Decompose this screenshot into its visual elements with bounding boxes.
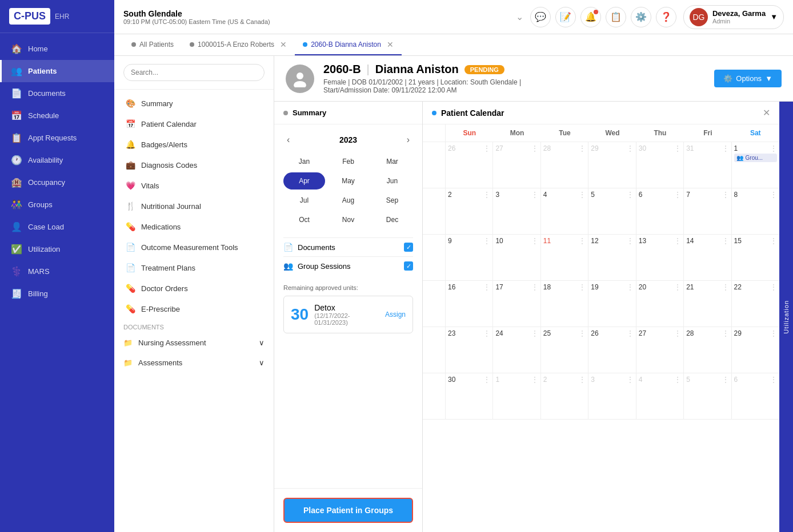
cal-cell[interactable]: 6⋮: [732, 373, 779, 419]
cell-menu[interactable]: ⋮: [579, 329, 586, 337]
cell-menu[interactable]: ⋮: [722, 144, 729, 152]
cal-cell[interactable]: 1⋮: [493, 373, 540, 419]
cal-cell[interactable]: 9⋮: [446, 235, 493, 280]
cell-menu[interactable]: ⋮: [483, 144, 490, 152]
cal-cell[interactable]: 30⋮: [636, 142, 684, 188]
cal-cell[interactable]: 10⋮: [493, 235, 540, 280]
cal-cell[interactable]: 22⋮: [732, 281, 779, 327]
cell-menu[interactable]: ⋮: [722, 191, 729, 199]
sidebar-item-case-load[interactable]: 👤 Case Load: [0, 216, 114, 238]
sidebar-item-schedule[interactable]: 📅 Schedule: [0, 104, 114, 127]
month-nov[interactable]: Nov: [327, 211, 369, 228]
clipboard-button[interactable]: 📋: [606, 7, 626, 27]
cell-menu[interactable]: ⋮: [627, 237, 634, 245]
cal-cell[interactable]: 18⋮: [541, 281, 588, 327]
options-button[interactable]: ⚙️ Options ▼: [714, 70, 782, 87]
cal-cell[interactable]: 27⋮: [493, 142, 540, 188]
cal-cell[interactable]: 8⋮: [732, 188, 779, 234]
patient-nav-treatment[interactable]: 📄 Treatment Plans: [114, 257, 274, 278]
prev-year-button[interactable]: ‹: [283, 134, 293, 146]
cell-menu[interactable]: ⋮: [531, 191, 538, 199]
sidebar-item-occupancy[interactable]: 🏨 Occupancy: [0, 171, 114, 194]
cal-cell[interactable]: 28⋮: [541, 142, 588, 188]
tab-dianna-aniston[interactable]: 2060-B Dianna Aniston ✕: [295, 34, 402, 55]
cell-menu[interactable]: ⋮: [483, 376, 490, 384]
cell-menu[interactable]: ⋮: [483, 283, 490, 291]
month-aug[interactable]: Aug: [327, 192, 369, 209]
patient-nav-assessments[interactable]: 📁 Assessments ∨: [114, 353, 274, 373]
next-year-button[interactable]: ›: [403, 134, 413, 146]
cal-cell[interactable]: 29⋮: [588, 142, 636, 188]
month-oct[interactable]: Oct: [283, 211, 325, 228]
cell-menu[interactable]: ⋮: [674, 191, 681, 199]
cal-cell[interactable]: 26⋮: [588, 327, 636, 373]
patient-nav-summary[interactable]: 🎨 Summary: [114, 93, 274, 114]
sidebar-item-patients[interactable]: 👥 Patients: [0, 60, 114, 82]
patient-nav-nutritional[interactable]: 🍴 Nutritional Journal: [114, 196, 274, 216]
cell-menu[interactable]: ⋮: [722, 376, 729, 384]
cell-menu[interactable]: ⋮: [770, 283, 777, 291]
notes-button[interactable]: 📝: [555, 7, 576, 27]
month-may[interactable]: May: [327, 172, 369, 190]
cell-menu[interactable]: ⋮: [627, 144, 634, 152]
cell-menu[interactable]: ⋮: [483, 191, 490, 199]
sidebar-item-billing[interactable]: 🧾 Billing: [0, 283, 114, 305]
patient-nav-badges[interactable]: 🔔 Badges/Alerts: [114, 134, 274, 155]
place-patient-button[interactable]: Place Patient in Groups: [283, 498, 413, 523]
cal-cell[interactable]: 31⋮: [684, 142, 731, 188]
cal-cell[interactable]: 3⋮: [493, 188, 540, 234]
month-jan[interactable]: Jan: [283, 153, 325, 170]
sidebar-item-home[interactable]: 🏠 Home: [0, 38, 114, 60]
patient-nav-diagnosis[interactable]: 💼 Diagnosis Codes: [114, 155, 274, 175]
tab-close-icon[interactable]: ✕: [280, 40, 287, 49]
cal-cell[interactable]: 7⋮: [684, 188, 731, 234]
cal-cell[interactable]: 2⋮: [446, 188, 493, 234]
facility-dropdown-icon[interactable]: ⌄: [516, 11, 523, 22]
cell-menu[interactable]: ⋮: [579, 283, 586, 291]
cal-cell[interactable]: 21⋮: [684, 281, 731, 327]
cell-menu[interactable]: ⋮: [483, 329, 490, 337]
cal-cell[interactable]: 6⋮: [636, 188, 684, 234]
cal-cell[interactable]: 26⋮: [446, 142, 493, 188]
cell-menu[interactable]: ⋮: [770, 237, 777, 245]
cell-menu[interactable]: ⋮: [531, 283, 538, 291]
patient-nav-eprescribe[interactable]: 💊 E-Prescribe: [114, 299, 274, 319]
cal-cell[interactable]: 5⋮: [588, 188, 636, 234]
cal-cell[interactable]: 28⋮: [684, 327, 731, 373]
cal-cell[interactable]: 5⋮: [684, 373, 731, 419]
sidebar-item-availability[interactable]: 🕐 Availability: [0, 149, 114, 171]
sidebar-item-mars[interactable]: ⚕️ MARS: [0, 260, 114, 283]
cell-menu[interactable]: ⋮: [674, 376, 681, 384]
month-jun[interactable]: Jun: [371, 172, 413, 190]
patient-nav-medications[interactable]: 💊 Medications: [114, 216, 274, 237]
month-dec[interactable]: Dec: [371, 211, 413, 228]
cell-menu[interactable]: ⋮: [674, 329, 681, 337]
cal-cell[interactable]: 4⋮: [541, 188, 588, 234]
cell-menu[interactable]: ⋮: [770, 376, 777, 384]
tab-enzo-roberts[interactable]: 1000015-A Enzo Roberts ✕: [182, 34, 295, 55]
cal-cell[interactable]: 15⋮: [732, 235, 779, 280]
cal-cell[interactable]: 29⋮: [732, 327, 779, 373]
cell-menu[interactable]: ⋮: [531, 237, 538, 245]
cal-cell[interactable]: 30⋮: [446, 373, 493, 419]
cell-menu[interactable]: ⋮: [579, 237, 586, 245]
cal-cell[interactable]: 14⋮: [684, 235, 731, 280]
cell-menu[interactable]: ⋮: [579, 376, 586, 384]
help-button[interactable]: ❓: [656, 7, 676, 27]
user-badge[interactable]: DG Deveza, Garma Admin ▼: [683, 5, 784, 29]
cal-cell[interactable]: 4⋮: [636, 373, 684, 419]
cell-menu[interactable]: ⋮: [674, 237, 681, 245]
patient-nav-vitals[interactable]: 💗 Vitals: [114, 175, 274, 196]
month-apr[interactable]: Apr: [283, 172, 325, 190]
cell-menu[interactable]: ⋮: [722, 237, 729, 245]
cell-menu[interactable]: ⋮: [674, 144, 681, 152]
group-sessions-checkbox[interactable]: ✓: [404, 261, 413, 271]
month-feb[interactable]: Feb: [327, 153, 369, 170]
month-mar[interactable]: Mar: [371, 153, 413, 170]
cell-menu[interactable]: ⋮: [627, 329, 634, 337]
patient-nav-nursing[interactable]: 📁 Nursing Assessment ∨: [114, 333, 274, 353]
patient-nav-calendar[interactable]: 📅 Patient Calendar: [114, 114, 274, 134]
cell-menu[interactable]: ⋮: [483, 237, 490, 245]
cal-cell[interactable]: 1⋮ 👥 Grou...: [732, 142, 779, 188]
cal-cell[interactable]: 17⋮: [493, 281, 540, 327]
